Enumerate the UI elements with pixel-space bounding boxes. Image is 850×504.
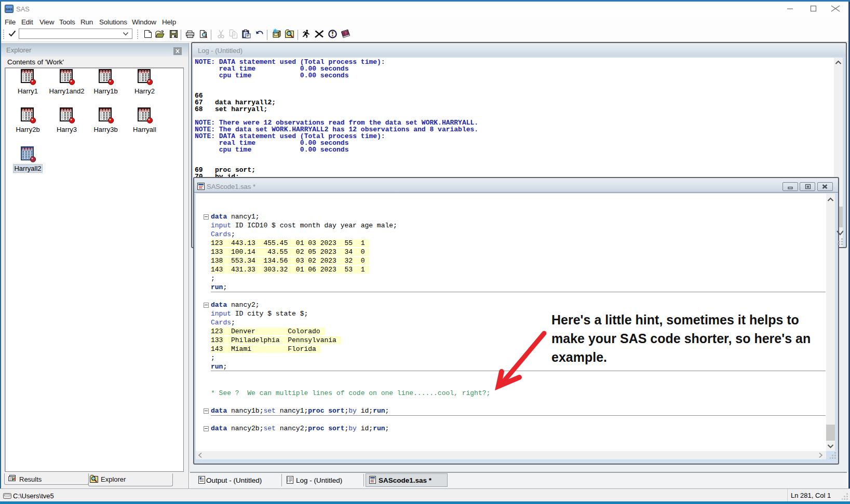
svg-text:sas: sas: [6, 7, 13, 11]
